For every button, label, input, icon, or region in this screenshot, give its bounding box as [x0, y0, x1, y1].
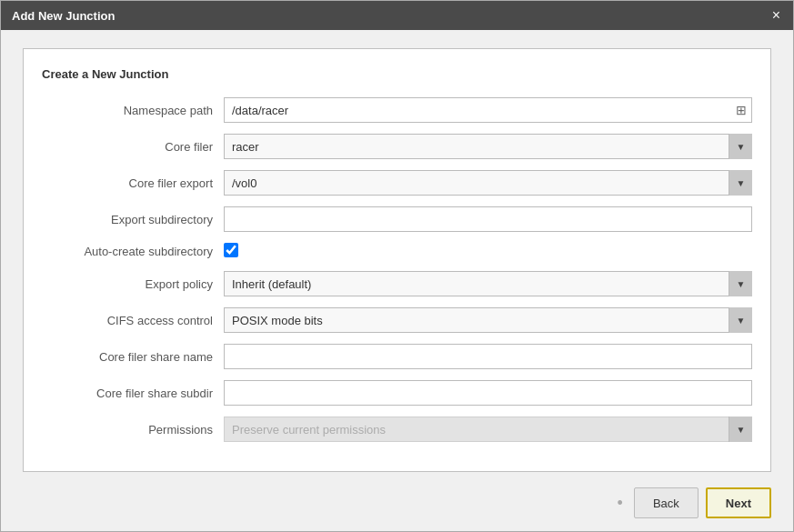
close-button[interactable]: ×: [770, 8, 782, 23]
export-subdirectory-control: [224, 206, 752, 232]
next-button[interactable]: Next: [706, 487, 771, 518]
share-name-input[interactable]: [224, 344, 752, 369]
share-subdir-input[interactable]: [224, 380, 752, 406]
export-subdirectory-input[interactable]: [224, 206, 752, 232]
dialog-footer: • Back Next: [1, 478, 793, 531]
dialog-body: Create a New Junction Namespace path ⊞ C…: [1, 30, 793, 478]
permissions-row: Permissions Preserve current permissions…: [42, 417, 752, 442]
export-subdirectory-label: Export subdirectory: [42, 213, 224, 226]
core-filer-export-label: Core filer export: [42, 176, 224, 190]
share-subdir-label: Core filer share subdir: [42, 386, 224, 400]
dialog-title: Add New Junction: [12, 9, 115, 23]
cifs-access-row: CIFS access control POSIX mode bits ▼: [42, 307, 752, 333]
namespace-path-label: Namespace path: [42, 104, 224, 117]
add-junction-dialog: Add New Junction × Create a New Junction…: [0, 0, 794, 532]
permissions-select[interactable]: Preserve current permissions: [224, 417, 752, 442]
cifs-access-label: CIFS access control: [42, 314, 224, 327]
core-filer-select-wrapper: racer ▼: [224, 134, 752, 159]
panel-title: Create a New Junction: [42, 67, 752, 81]
share-subdir-control: [224, 380, 752, 406]
core-filer-row: Core filer racer ▼: [42, 134, 752, 159]
export-policy-control: Inherit (default) ▼: [224, 271, 752, 296]
cifs-access-control: POSIX mode bits ▼: [224, 307, 752, 333]
pagination-dot: •: [614, 494, 627, 513]
core-filer-select[interactable]: racer: [224, 134, 752, 159]
permissions-select-wrapper: Preserve current permissions ▼: [224, 417, 752, 442]
share-name-row: Core filer share name: [42, 344, 752, 369]
core-filer-label: Core filer: [42, 140, 224, 154]
core-filer-export-select[interactable]: /vol0: [224, 170, 752, 196]
share-name-label: Core filer share name: [42, 350, 224, 364]
form-panel: Create a New Junction Namespace path ⊞ C…: [23, 48, 771, 472]
auto-create-control: [224, 243, 752, 260]
namespace-path-row: Namespace path ⊞: [42, 97, 752, 123]
folder-icon: ⊞: [736, 103, 747, 117]
auto-create-checkbox[interactable]: [224, 243, 238, 257]
namespace-path-input-wrapper: ⊞: [224, 97, 752, 123]
namespace-path-input[interactable]: [224, 97, 752, 123]
export-subdirectory-row: Export subdirectory: [42, 206, 752, 232]
dialog-titlebar: Add New Junction ×: [1, 1, 793, 30]
export-policy-row: Export policy Inherit (default) ▼: [42, 271, 752, 296]
permissions-label: Permissions: [42, 423, 224, 437]
export-policy-select-wrapper: Inherit (default) ▼: [224, 271, 752, 296]
cifs-access-select-wrapper: POSIX mode bits ▼: [224, 307, 752, 333]
auto-create-label: Auto-create subdirectory: [42, 245, 224, 258]
core-filer-export-row: Core filer export /vol0 ▼: [42, 170, 752, 196]
core-filer-control: racer ▼: [224, 134, 752, 159]
permissions-control: Preserve current permissions ▼: [224, 417, 752, 442]
share-name-control: [224, 344, 752, 369]
core-filer-export-control: /vol0 ▼: [224, 170, 752, 196]
back-button[interactable]: Back: [634, 487, 699, 518]
export-policy-label: Export policy: [42, 277, 224, 291]
core-filer-export-select-wrapper: /vol0 ▼: [224, 170, 752, 196]
cifs-access-select[interactable]: POSIX mode bits: [224, 307, 752, 333]
share-subdir-row: Core filer share subdir: [42, 380, 752, 406]
auto-create-row: Auto-create subdirectory: [42, 243, 752, 260]
export-policy-select[interactable]: Inherit (default): [224, 271, 752, 296]
namespace-path-control: ⊞: [224, 97, 752, 123]
